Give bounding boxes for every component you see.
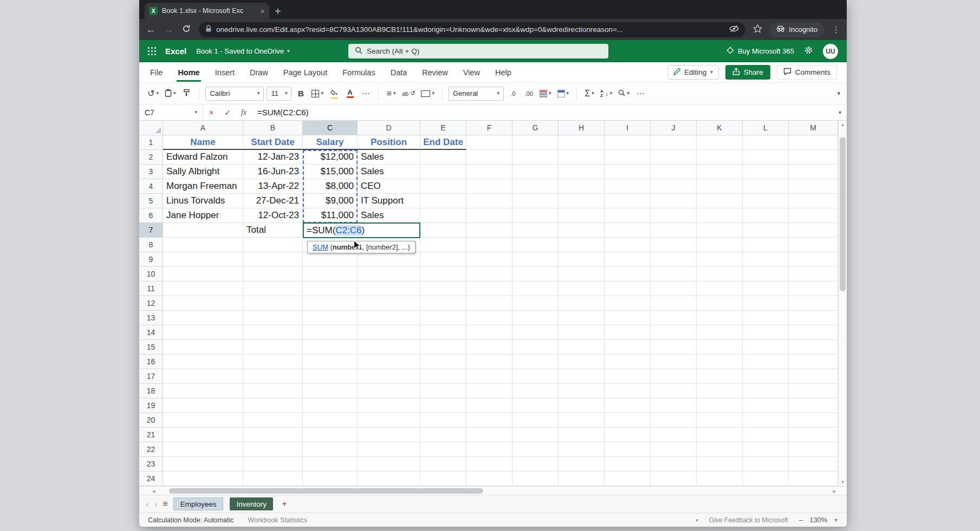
- row-header-15[interactable]: 15: [139, 340, 163, 355]
- number-format-select[interactable]: General▾: [449, 87, 504, 101]
- cell-k23[interactable]: [697, 457, 743, 471]
- cell-e1[interactable]: End Date: [420, 135, 466, 150]
- cell-j22[interactable]: [651, 442, 697, 457]
- row-header-2[interactable]: 2: [139, 150, 163, 165]
- cell-f1[interactable]: [466, 135, 512, 150]
- cell-f9[interactable]: [466, 252, 512, 267]
- cell-b19[interactable]: [243, 398, 303, 413]
- cell-k15[interactable]: [697, 340, 743, 355]
- browser-tab[interactable]: X Book 1.xlsx - Microsoft Exc ×: [145, 3, 269, 19]
- cell-c5[interactable]: $9,000: [303, 194, 358, 208]
- cell-e15[interactable]: [420, 340, 466, 355]
- cell-b10[interactable]: [243, 267, 303, 281]
- cell-i15[interactable]: [605, 340, 651, 355]
- cell-g24[interactable]: [512, 471, 559, 486]
- row-header-6[interactable]: 6: [139, 208, 163, 223]
- cancel-entry-icon[interactable]: ×: [203, 108, 219, 117]
- row-header-9[interactable]: 9: [139, 252, 163, 267]
- row-header-8[interactable]: 8: [139, 238, 163, 252]
- cell-m9[interactable]: [789, 252, 838, 267]
- cell-j21[interactable]: [651, 428, 697, 442]
- cell-e5[interactable]: [420, 194, 466, 208]
- cell-c21[interactable]: [303, 428, 358, 442]
- ribbon-tab-help[interactable]: Help: [494, 63, 512, 82]
- cell-a10[interactable]: [163, 267, 243, 281]
- cell-b15[interactable]: [243, 340, 303, 355]
- cell-g4[interactable]: [512, 179, 559, 194]
- column-header-d[interactable]: D: [358, 121, 420, 135]
- row-header-19[interactable]: 19: [139, 398, 163, 413]
- cell-c12[interactable]: [303, 296, 358, 311]
- cell-a4[interactable]: Morgan Freeman: [163, 179, 243, 194]
- cell-e24[interactable]: [420, 471, 466, 486]
- row-header-1[interactable]: 1: [139, 135, 163, 150]
- cell-a22[interactable]: [163, 442, 243, 457]
- cell-i10[interactable]: [605, 267, 651, 281]
- cell-i8[interactable]: [605, 238, 651, 252]
- cell-i24[interactable]: [605, 471, 651, 486]
- cell-g19[interactable]: [512, 398, 559, 413]
- cell-h11[interactable]: [559, 281, 605, 296]
- cell-k22[interactable]: [697, 442, 743, 457]
- cell-l12[interactable]: [743, 296, 789, 311]
- undo-button[interactable]: ↺ ▾: [146, 86, 160, 101]
- cell-e9[interactable]: [420, 252, 466, 267]
- cell-e19[interactable]: [420, 398, 466, 413]
- cell-g6[interactable]: [512, 208, 559, 223]
- cell-k16[interactable]: [697, 355, 743, 369]
- cell-h3[interactable]: [559, 165, 605, 179]
- cell-m12[interactable]: [789, 296, 838, 311]
- sheet-nav-left-icon[interactable]: ‹: [146, 500, 149, 509]
- cell-j10[interactable]: [651, 267, 697, 281]
- browser-menu-icon[interactable]: ⋮: [832, 24, 840, 35]
- cell-h23[interactable]: [559, 457, 605, 471]
- bold-button[interactable]: B: [294, 86, 307, 101]
- cell-f16[interactable]: [466, 355, 512, 369]
- cell-m1[interactable]: [789, 135, 838, 150]
- cell-b17[interactable]: [243, 369, 303, 384]
- cell-f20[interactable]: [466, 413, 512, 428]
- cell-g17[interactable]: [512, 369, 559, 384]
- cell-f23[interactable]: [466, 457, 512, 471]
- cell-i18[interactable]: [605, 384, 651, 398]
- cell-l3[interactable]: [743, 165, 789, 179]
- add-sheet-button[interactable]: +: [282, 499, 287, 509]
- cell-m13[interactable]: [789, 311, 838, 325]
- cell-i4[interactable]: [605, 179, 651, 194]
- cell-d17[interactable]: [358, 369, 420, 384]
- column-header-l[interactable]: L: [743, 121, 789, 135]
- cell-k1[interactable]: [697, 135, 743, 150]
- cell-a18[interactable]: [163, 384, 243, 398]
- cell-i20[interactable]: [605, 413, 651, 428]
- cell-a19[interactable]: [163, 398, 243, 413]
- cell-l8[interactable]: [743, 238, 789, 252]
- cell-a7[interactable]: [163, 223, 243, 238]
- cell-e4[interactable]: [420, 179, 466, 194]
- cell-b11[interactable]: [243, 281, 303, 296]
- cell-g2[interactable]: [512, 150, 559, 165]
- cell-g11[interactable]: [512, 281, 559, 296]
- zoom-out-button[interactable]: –: [799, 516, 803, 524]
- cell-h16[interactable]: [559, 355, 605, 369]
- cell-j2[interactable]: [651, 150, 697, 165]
- status-collapse-icon[interactable]: ▾: [696, 517, 698, 523]
- wrap-text-button[interactable]: ab ↺: [400, 86, 417, 101]
- cell-m16[interactable]: [789, 355, 838, 369]
- cell-j9[interactable]: [651, 252, 697, 267]
- cell-a11[interactable]: [163, 281, 243, 296]
- cell-d6[interactable]: Sales: [358, 208, 420, 223]
- cell-b1[interactable]: Start Date: [243, 135, 303, 150]
- cell-i17[interactable]: [605, 369, 651, 384]
- cell-k17[interactable]: [697, 369, 743, 384]
- cell-c17[interactable]: [303, 369, 358, 384]
- cell-h17[interactable]: [559, 369, 605, 384]
- sheet-tab-inventory[interactable]: Inventory: [230, 497, 273, 510]
- sheet-nav-right-icon[interactable]: ›: [154, 500, 158, 509]
- cell-g10[interactable]: [512, 267, 559, 281]
- cell-c22[interactable]: [303, 442, 358, 457]
- cell-b7[interactable]: Total: [243, 223, 303, 238]
- cell-c1[interactable]: Salary: [303, 135, 358, 150]
- cell-l2[interactable]: [743, 150, 789, 165]
- cell-h19[interactable]: [559, 398, 605, 413]
- cell-j19[interactable]: [651, 398, 697, 413]
